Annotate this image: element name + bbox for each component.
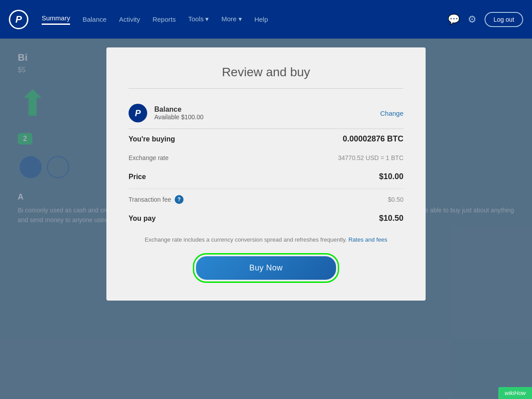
payment-name: Balance [154, 106, 373, 113]
navbar: P Summary Balance Activity Reports Tools… [0, 0, 532, 39]
nav-summary[interactable]: Summary [42, 14, 70, 25]
rates-fees-link[interactable]: Rates and fees [348, 236, 387, 243]
buy-now-wrapper: Buy Now [129, 253, 403, 283]
help-icon[interactable]: ? [175, 195, 184, 204]
footer-note: Exchange rate includes a currency conver… [129, 235, 403, 244]
buying-value: 0.00002876 BTC [343, 134, 403, 144]
exchange-rate-label: Exchange rate [129, 154, 168, 161]
transaction-fee-label: Transaction fee [129, 196, 171, 203]
modal-divider [129, 88, 403, 89]
transaction-fee-row: Transaction fee ? $0.50 [129, 191, 403, 208]
you-pay-label: You pay [129, 215, 156, 223]
change-payment-link[interactable]: Change [380, 110, 403, 117]
divider-thin-1 [129, 188, 403, 189]
buying-row: You're buying 0.00002876 BTC [129, 129, 403, 149]
payment-method-row: P Balance Available $100.00 Change [129, 98, 403, 129]
transaction-fee-value: $0.50 [388, 196, 403, 203]
nav-tools[interactable]: Tools ▾ [188, 15, 209, 25]
you-pay-row: You pay $10.50 [129, 208, 403, 228]
chevron-down-icon: ▾ [239, 15, 242, 23]
nav-links: Summary Balance Activity Reports Tools ▾… [42, 14, 434, 25]
gear-icon: ⚙ [468, 14, 477, 25]
exchange-rate-row: Exchange rate 34770.52 USD = 1 BTC [129, 149, 403, 167]
payment-available: Available $100.00 [154, 113, 373, 121]
message-icon-button[interactable]: 💬 [448, 14, 460, 25]
nav-balance[interactable]: Balance [82, 16, 106, 25]
price-row: Price $10.00 [129, 167, 403, 187]
settings-icon-button[interactable]: ⚙ [468, 14, 477, 25]
buy-btn-border: Buy Now [193, 253, 339, 283]
wikihow-badge: wikiHow [498, 387, 532, 399]
nav-reports[interactable]: Reports [153, 16, 176, 25]
modal-overlay: Review and buy P Balance Available $100.… [0, 39, 532, 399]
price-label: Price [129, 173, 146, 181]
nav-right: 💬 ⚙ Log out [448, 12, 523, 27]
nav-help[interactable]: Help [254, 16, 268, 25]
logout-button[interactable]: Log out [485, 12, 523, 27]
logo-text: P [16, 14, 22, 25]
buying-label: You're buying [129, 135, 175, 143]
price-value: $10.00 [379, 172, 403, 181]
fee-label: Transaction fee ? [129, 195, 184, 204]
nav-activity[interactable]: Activity [119, 16, 140, 25]
nav-more[interactable]: More ▾ [221, 15, 242, 25]
payment-info: Balance Available $100.00 [154, 106, 373, 121]
review-buy-modal: Review and buy P Balance Available $100.… [106, 47, 426, 301]
buy-now-button[interactable]: Buy Now [196, 256, 336, 280]
modal-title: Review and buy [129, 65, 403, 79]
you-pay-value: $10.50 [379, 214, 403, 223]
paypal-icon: P [129, 104, 147, 122]
paypal-logo: P [9, 10, 28, 29]
exchange-rate-value: 34770.52 USD = 1 BTC [338, 154, 403, 161]
chevron-down-icon: ▾ [205, 15, 209, 23]
message-icon: 💬 [448, 14, 460, 25]
